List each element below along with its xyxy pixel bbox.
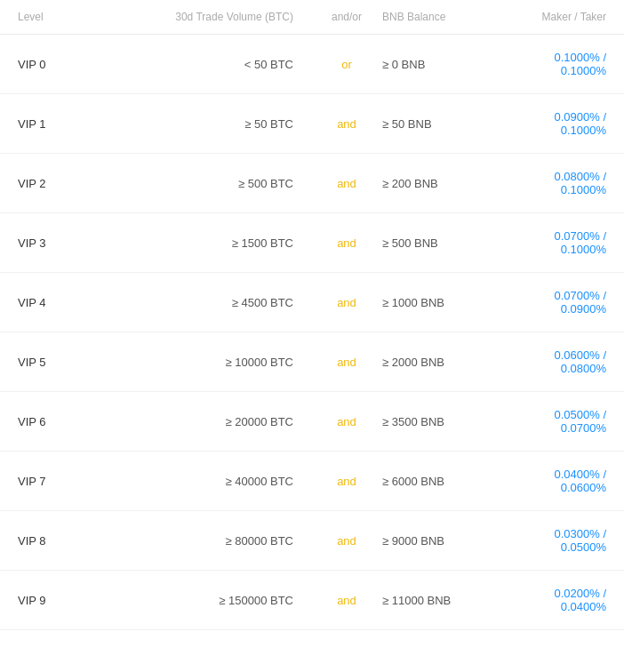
cell-volume: ≥ 150000 BTC [124, 594, 311, 607]
cell-level: VIP 3 [18, 236, 124, 250]
table-row: VIP 9 ≥ 150000 BTC and ≥ 11000 BNB 0.020… [0, 571, 624, 630]
cell-fee: 0.0500% / 0.0700% [524, 408, 606, 435]
cell-volume: ≥ 80000 BTC [124, 534, 311, 548]
cell-fee: 0.0800% / 0.1000% [524, 170, 606, 196]
cell-fee: 0.0700% / 0.0900% [524, 289, 606, 316]
cell-operator: and [311, 415, 382, 428]
header-bnb: BNB Balance [382, 11, 524, 23]
cell-bnb: ≥ 2000 BNB [382, 356, 524, 369]
table-row: VIP 6 ≥ 20000 BTC and ≥ 3500 BNB 0.0500%… [0, 392, 624, 452]
cell-volume: < 50 BTC [124, 58, 311, 71]
cell-volume: ≥ 10000 BTC [124, 356, 311, 369]
cell-fee: 0.0900% / 0.1000% [524, 110, 606, 137]
cell-level: VIP 6 [18, 415, 124, 428]
cell-operator: and [311, 117, 382, 131]
table-header: Level 30d Trade Volume (BTC) and/or BNB … [0, 0, 624, 35]
cell-fee: 0.0400% / 0.0600% [524, 468, 606, 494]
cell-fee: 0.0600% / 0.0800% [524, 348, 606, 375]
cell-volume: ≥ 40000 BTC [124, 475, 311, 488]
table-row: VIP 8 ≥ 80000 BTC and ≥ 9000 BNB 0.0300%… [0, 511, 624, 571]
cell-bnb: ≥ 3500 BNB [382, 415, 524, 428]
cell-bnb: ≥ 200 BNB [382, 177, 524, 190]
cell-bnb: ≥ 500 BNB [382, 236, 524, 250]
vip-fee-table: Level 30d Trade Volume (BTC) and/or BNB … [0, 0, 624, 630]
cell-operator: and [311, 594, 382, 607]
cell-operator: and [311, 475, 382, 488]
table-row: VIP 1 ≥ 50 BTC and ≥ 50 BNB 0.0900% / 0.… [0, 94, 624, 154]
cell-bnb: ≥ 11000 BNB [382, 594, 524, 607]
cell-operator: and [311, 356, 382, 369]
cell-operator: and [311, 177, 382, 190]
cell-bnb: ≥ 6000 BNB [382, 475, 524, 488]
cell-bnb: ≥ 50 BNB [382, 117, 524, 131]
table-row: VIP 0 < 50 BTC or ≥ 0 BNB 0.1000% / 0.10… [0, 35, 624, 94]
cell-level: VIP 2 [18, 177, 124, 190]
cell-level: VIP 7 [18, 475, 124, 488]
cell-volume: ≥ 20000 BTC [124, 415, 311, 428]
cell-level: VIP 8 [18, 534, 124, 548]
cell-bnb: ≥ 0 BNB [382, 58, 524, 71]
cell-level: VIP 4 [18, 296, 124, 309]
table-row: VIP 2 ≥ 500 BTC and ≥ 200 BNB 0.0800% / … [0, 154, 624, 213]
cell-fee: 0.0200% / 0.0400% [524, 587, 606, 613]
cell-operator: and [311, 296, 382, 309]
header-volume: 30d Trade Volume (BTC) [124, 11, 311, 23]
cell-level: VIP 0 [18, 58, 124, 71]
cell-operator: and [311, 534, 382, 548]
cell-fee: 0.1000% / 0.1000% [524, 51, 606, 77]
table-body: VIP 0 < 50 BTC or ≥ 0 BNB 0.1000% / 0.10… [0, 35, 624, 630]
cell-level: VIP 9 [18, 594, 124, 607]
cell-operator: or [311, 58, 382, 71]
cell-level: VIP 5 [18, 356, 124, 369]
cell-volume: ≥ 1500 BTC [124, 236, 311, 250]
cell-level: VIP 1 [18, 117, 124, 131]
table-row: VIP 7 ≥ 40000 BTC and ≥ 6000 BNB 0.0400%… [0, 452, 624, 511]
cell-volume: ≥ 500 BTC [124, 177, 311, 190]
cell-volume: ≥ 4500 BTC [124, 296, 311, 309]
cell-fee: 0.0300% / 0.0500% [524, 527, 606, 554]
cell-fee: 0.0700% / 0.1000% [524, 229, 606, 256]
table-row: VIP 5 ≥ 10000 BTC and ≥ 2000 BNB 0.0600%… [0, 332, 624, 392]
table-row: VIP 3 ≥ 1500 BTC and ≥ 500 BNB 0.0700% /… [0, 213, 624, 273]
header-operator: and/or [311, 11, 382, 23]
cell-bnb: ≥ 1000 BNB [382, 296, 524, 309]
header-fee: Maker / Taker [524, 11, 606, 23]
header-level: Level [18, 11, 124, 23]
cell-operator: and [311, 236, 382, 250]
table-row: VIP 4 ≥ 4500 BTC and ≥ 1000 BNB 0.0700% … [0, 273, 624, 332]
cell-bnb: ≥ 9000 BNB [382, 534, 524, 548]
cell-volume: ≥ 50 BTC [124, 117, 311, 131]
